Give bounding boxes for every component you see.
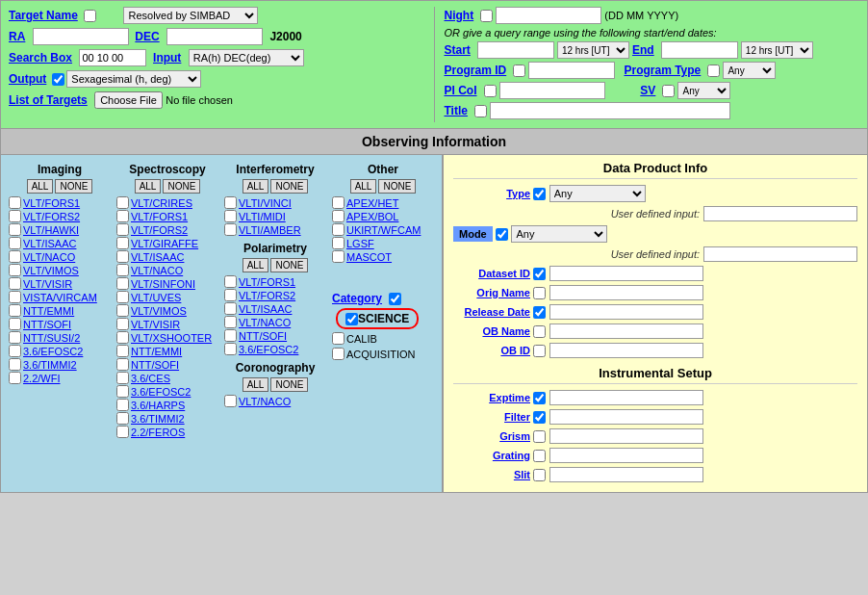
dec-link[interactable]: DEC [135, 30, 159, 43]
spec-36-efosc2-link[interactable]: 3.6/EFOSC2 [131, 386, 191, 398]
img-ntt-emmi-link[interactable]: NTT/EMMI [23, 305, 74, 317]
type-select[interactable]: Any [549, 185, 646, 202]
program-type-link[interactable]: Program Type [624, 64, 701, 77]
cor-none-btn[interactable]: NONE [270, 377, 308, 392]
img-22-wfi-cb[interactable] [9, 372, 21, 384]
vlti-midi-cb[interactable] [224, 210, 237, 222]
title-checkbox[interactable] [474, 105, 487, 117]
start-input[interactable] [477, 41, 554, 59]
sv-link[interactable]: SV [640, 84, 655, 97]
pol-vlt-naco-cb[interactable] [224, 316, 237, 328]
cor-vlt-naco-cb[interactable] [224, 395, 237, 407]
user-defined-input2[interactable] [703, 246, 857, 262]
img-ntt-susi2-cb[interactable] [9, 331, 21, 344]
program-type-select[interactable]: Any [723, 62, 776, 79]
img-ntt-sofi-link[interactable]: NTT/SOFI [23, 319, 71, 330]
interf-none-btn[interactable]: NONE [270, 179, 308, 194]
exptime-link[interactable]: Exptime [453, 392, 530, 403]
dataset-id-checkbox[interactable] [533, 268, 546, 280]
sv-checkbox[interactable] [662, 85, 675, 97]
mode-select[interactable]: Any [511, 225, 607, 243]
spec-vlt-giraffe-link[interactable]: VLT/GIRAFFE [131, 238, 198, 249]
pi-coi-link[interactable]: PI CoI [445, 84, 477, 97]
exptime-checkbox[interactable] [533, 392, 546, 404]
pi-coi-input[interactable] [499, 82, 605, 99]
img-vlt-isaac-cb[interactable] [9, 237, 21, 249]
release-date-link[interactable]: Release Date [453, 306, 530, 318]
spec-vlt-naco-cb[interactable] [116, 264, 129, 276]
spec-vlt-uves-link[interactable]: VLT/UVES [131, 292, 181, 303]
release-date-input[interactable] [549, 304, 703, 320]
lgsf-cb[interactable] [332, 237, 345, 249]
type-checkbox[interactable] [533, 188, 546, 200]
img-vista-vircam-cb[interactable] [9, 291, 21, 303]
program-type-checkbox[interactable] [707, 65, 720, 77]
user-defined-input1[interactable] [703, 206, 857, 221]
slit-checkbox[interactable] [533, 469, 546, 481]
spec-vlt-visir-link[interactable]: VLT/VISIR [131, 319, 180, 330]
release-date-checkbox[interactable] [533, 306, 546, 319]
img-ntt-sofi-cb[interactable] [9, 318, 21, 330]
ukirt-wfcam-cb[interactable] [332, 223, 345, 236]
img-vlt-vimos-link[interactable]: VLT/VIMOS [23, 265, 79, 276]
ob-name-input[interactable] [549, 323, 703, 339]
apex-bol-link[interactable]: APEX/BOL [346, 211, 398, 222]
spec-36-harps-cb[interactable] [116, 399, 129, 411]
imaging-none-btn[interactable]: NONE [55, 179, 92, 194]
end-link[interactable]: End [632, 43, 654, 57]
ob-id-checkbox[interactable] [533, 345, 546, 357]
spec-36-efosc2-cb[interactable] [116, 385, 129, 398]
ob-name-link[interactable]: OB Name [453, 325, 530, 337]
spectroscopy-all-btn[interactable]: ALL [135, 179, 162, 194]
spec-36-timmi2-cb[interactable] [116, 412, 129, 425]
img-vlt-naco-link[interactable]: VLT/NACO [23, 251, 75, 263]
title-link[interactable]: Title [445, 104, 468, 117]
output-link[interactable]: Output [9, 72, 46, 86]
pol-ntt-sofi-link[interactable]: NTT/SOFI [239, 330, 287, 342]
imaging-all-btn[interactable]: ALL [27, 179, 54, 194]
spec-vlt-fors1-link[interactable]: VLT/FORS1 [131, 211, 188, 222]
spec-vlt-naco-link[interactable]: VLT/NACO [131, 265, 183, 276]
spec-vlt-xshooter-cb[interactable] [116, 331, 129, 344]
spec-vlt-vimos-link[interactable]: VLT/VIMOS [131, 305, 187, 317]
science-checkbox[interactable] [345, 313, 358, 325]
apex-bol-cb[interactable] [332, 210, 345, 222]
pol-vlt-isaac-cb[interactable] [224, 302, 237, 315]
vlti-amber-cb[interactable] [224, 223, 237, 236]
spec-22-feros-link[interactable]: 2.2/FEROS [131, 427, 185, 438]
pol-all-btn[interactable]: ALL [243, 258, 269, 272]
img-vlt-fors1-link[interactable]: VLT/FORS1 [23, 197, 80, 209]
spec-ntt-emmi-cb[interactable] [116, 345, 129, 357]
ob-id-input[interactable] [549, 343, 703, 358]
pol-none-btn[interactable]: NONE [270, 258, 308, 272]
img-vista-vircam-link[interactable]: VISTA/VIRCAM [23, 292, 97, 303]
grating-input[interactable] [549, 448, 703, 463]
night-checkbox[interactable] [480, 10, 493, 22]
grism-input[interactable] [549, 428, 703, 444]
input-link[interactable]: Input [153, 51, 181, 65]
search-box-input[interactable] [79, 49, 146, 66]
orig-name-input[interactable] [549, 285, 703, 300]
resolved-by-select[interactable]: Resolved by SIMBAD [123, 7, 258, 24]
dataset-id-link[interactable]: Dataset ID [453, 268, 530, 279]
spec-36-harps-link[interactable]: 3.6/HARPS [131, 400, 185, 411]
mascot-cb[interactable] [332, 250, 345, 263]
spec-36-timmi2-link[interactable]: 3.6/TIMMI2 [131, 413, 185, 425]
program-id-input[interactable] [528, 62, 615, 79]
category-checkbox[interactable] [389, 293, 401, 305]
pol-vlt-fors2-link[interactable]: VLT/FORS2 [239, 290, 295, 301]
night-link[interactable]: Night [445, 9, 474, 22]
vlti-vinci-link[interactable]: VLTI/VINCI [239, 197, 292, 209]
pol-36-efosc2-link[interactable]: 3.6/EFOSC2 [239, 344, 298, 355]
img-vlt-hawki-link[interactable]: VLT/HAWKI [23, 224, 79, 236]
night-input[interactable] [496, 7, 601, 24]
category-link[interactable]: Category [332, 292, 382, 305]
grism-link[interactable]: Grism [453, 430, 530, 442]
spec-vlt-fors2-link[interactable]: VLT/FORS2 [131, 224, 188, 236]
output-checkbox[interactable] [52, 73, 64, 86]
slit-link[interactable]: Slit [453, 469, 530, 480]
start-link[interactable]: Start [445, 43, 471, 57]
spec-36-ces-cb[interactable] [116, 372, 129, 384]
img-vlt-naco-cb[interactable] [9, 250, 21, 263]
ra-input[interactable] [33, 28, 129, 45]
